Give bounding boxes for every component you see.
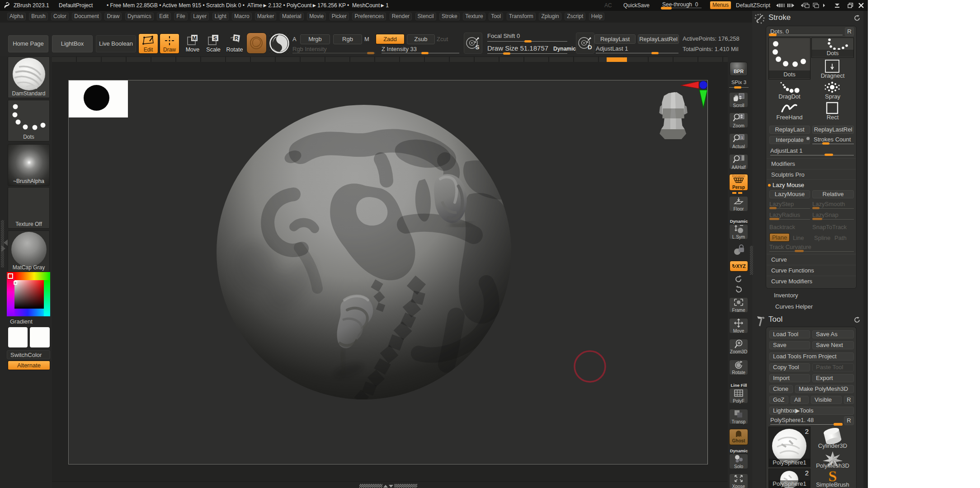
svg-text:S: S <box>213 35 217 42</box>
svg-text::1: :1 <box>740 136 743 140</box>
svg-text:D: D <box>588 44 592 51</box>
svg-text:R: R <box>235 35 239 42</box>
svg-text:M: M <box>192 35 197 42</box>
svg-text:S: S <box>476 44 480 51</box>
